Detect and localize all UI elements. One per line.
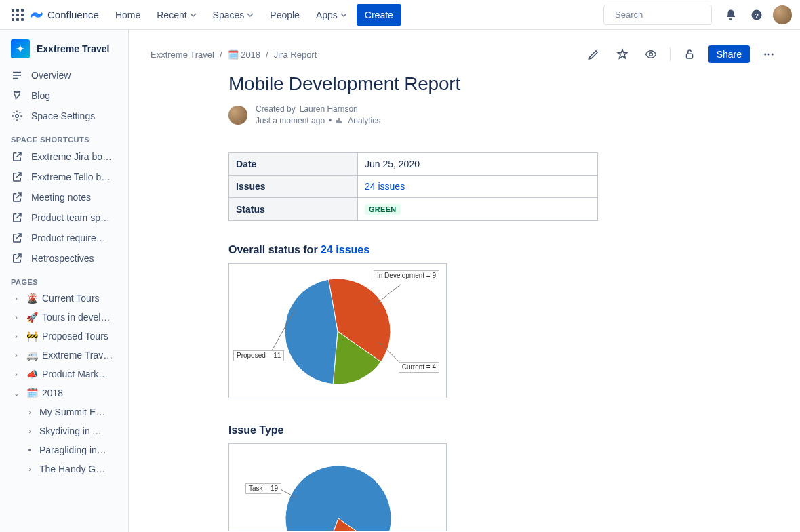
page-tree-label: Skydiving in Aust…: [39, 426, 107, 436]
page-title: Mobile Development Report: [228, 73, 700, 95]
page-emoji: 🗓️: [26, 388, 38, 398]
tree-toggle-icon[interactable]: ›: [11, 294, 22, 302]
search-input[interactable]: [614, 9, 730, 20]
external-link-icon: [11, 211, 23, 224]
page-byline: Created by Lauren Harrison Just a moment…: [228, 104, 700, 125]
nav-apps[interactable]: Apps: [309, 4, 354, 26]
space-title: Exxtreme Travel: [37, 43, 109, 54]
page-tree-label: 2018: [42, 388, 63, 398]
breadcrumb: Exxtreme Travel / 🗓️ 2018 / Jira Report: [151, 49, 317, 60]
page-header: Exxtreme Travel / 🗓️ 2018 / Jira Report …: [129, 30, 800, 64]
page-emoji: 📣: [26, 369, 38, 380]
page-tree-label: My Summit Exper…: [39, 407, 107, 417]
shortcut-item[interactable]: Retrospectives: [0, 248, 128, 268]
sidebar-item-label: Space Settings: [31, 110, 95, 121]
shortcut-label: Retrospectives: [31, 253, 94, 264]
shortcut-item[interactable]: Product team space: [0, 207, 128, 228]
chart-label-task: Task = 19: [245, 483, 281, 494]
page-timestamp: Just a moment ago: [256, 116, 325, 125]
analytics-icon: [336, 117, 344, 125]
page-tree-item[interactable]: ›🌋Current Tours: [0, 289, 128, 308]
tree-toggle-icon[interactable]: ›: [11, 351, 22, 359]
notifications-icon[interactable]: [721, 5, 740, 24]
created-by-label: Created by: [256, 104, 296, 114]
tree-toggle-icon[interactable]: ⌄: [11, 389, 22, 398]
sidebar-item-overview[interactable]: Overview: [0, 65, 128, 85]
shortcut-label: Product requiremen…: [31, 232, 113, 243]
shortcut-item[interactable]: Meeting notes: [0, 187, 128, 207]
overall-status-chart: Proposed = 11 In Development = 9 Current…: [228, 263, 447, 398]
more-actions-button[interactable]: [759, 45, 778, 64]
nav-home[interactable]: Home: [108, 4, 147, 26]
help-icon[interactable]: ?: [747, 5, 766, 24]
global-nav: Confluence Home Recent Spaces People App…: [0, 0, 800, 30]
sidebar-item-blog[interactable]: Blog: [0, 85, 128, 106]
issue-type-chart: Task = 19: [228, 443, 447, 531]
breadcrumb-item[interactable]: Exxtreme Travel: [151, 49, 214, 60]
breadcrumb-item[interactable]: 🗓️ 2018: [228, 49, 261, 60]
page-tree-item[interactable]: ›📣Product Marketin…: [0, 365, 128, 384]
tree-toggle-icon[interactable]: ›: [24, 465, 35, 473]
star-icon: [616, 48, 628, 60]
issues-link[interactable]: 24 issues: [365, 181, 405, 192]
analytics-link[interactable]: Analytics: [348, 116, 380, 125]
nav-spaces[interactable]: Spaces: [206, 4, 261, 26]
shortcut-item[interactable]: Exxtreme Jira board: [0, 146, 128, 167]
tree-toggle-icon[interactable]: ›: [24, 427, 35, 435]
create-button[interactable]: Create: [357, 4, 401, 26]
issues-link[interactable]: 24 issues: [321, 244, 369, 255]
watch-button[interactable]: [641, 45, 660, 64]
page-tree-label: Paragliding in Co…: [39, 445, 107, 455]
page-tree-label: The Handy Guide…: [39, 464, 107, 474]
shortcut-label: Meeting notes: [31, 192, 91, 203]
page-tree-item[interactable]: ›🚧Proposed Tours: [0, 327, 128, 346]
page-tree-item[interactable]: ›🚀Tours in develop…: [0, 308, 128, 327]
tree-toggle-icon[interactable]: ›: [24, 408, 35, 416]
section-overall-status: Overall status for 24 issues: [228, 244, 700, 256]
table-row: Status GREEN: [229, 198, 598, 221]
space-header[interactable]: ✦ Exxtreme Travel: [0, 30, 128, 65]
author-avatar[interactable]: [228, 106, 247, 125]
edit-button[interactable]: [584, 45, 603, 64]
svg-point-9: [772, 54, 774, 56]
page-tree-item[interactable]: ›My Summit Exper…: [0, 403, 128, 422]
table-key: Date: [229, 153, 358, 176]
page-tree-item[interactable]: ⌄🗓️2018: [0, 384, 128, 403]
global-search[interactable]: [603, 5, 712, 25]
more-icon: [763, 48, 775, 60]
global-nav-left: Confluence Home Recent Spaces People App…: [8, 4, 401, 26]
pie-chart: [229, 264, 447, 399]
share-button[interactable]: Share: [708, 45, 750, 63]
tree-toggle-icon[interactable]: ›: [11, 313, 22, 321]
star-button[interactable]: [613, 45, 632, 64]
page-tree-item[interactable]: ›🚐Exxtreme Travel …: [0, 346, 128, 365]
confluence-icon: [30, 8, 43, 22]
profile-avatar[interactable]: [773, 5, 792, 24]
author-name[interactable]: Lauren Harrison: [300, 104, 358, 114]
page-main: Exxtreme Travel / 🗓️ 2018 / Jira Report …: [129, 30, 800, 532]
shortcut-item[interactable]: Product requiremen…: [0, 228, 128, 248]
nav-people[interactable]: People: [263, 4, 306, 26]
shortcut-item[interactable]: Exxtreme Tello board: [0, 167, 128, 187]
restrictions-button[interactable]: [680, 45, 699, 64]
page-tree-item[interactable]: ›Skydiving in Aust…: [0, 422, 128, 441]
breadcrumb-item[interactable]: Jira Report: [274, 49, 317, 60]
external-link-icon: [11, 252, 23, 264]
product-logo[interactable]: Confluence: [30, 8, 99, 22]
svg-text:?: ?: [755, 11, 759, 18]
tree-toggle-icon[interactable]: ›: [11, 370, 22, 378]
page-tree-item[interactable]: ›The Handy Guide…: [0, 459, 128, 478]
tree-toggle-icon[interactable]: ›: [11, 332, 22, 340]
eye-icon: [645, 48, 657, 60]
page-tree-item[interactable]: •Paragliding in Co…: [0, 441, 128, 459]
section-issue-type: Issue Type: [228, 424, 700, 436]
product-name: Confluence: [47, 9, 99, 20]
lock-open-icon: [683, 48, 696, 60]
app-switcher-icon[interactable]: [8, 5, 27, 24]
sidebar-item-space-settings[interactable]: Space Settings: [0, 106, 128, 126]
nav-recent[interactable]: Recent: [150, 4, 203, 26]
table-key: Status: [229, 198, 358, 221]
page-tree-label: Product Marketin…: [42, 369, 113, 380]
page-emoji: 🚀: [26, 312, 38, 323]
sidebar-item-label: Blog: [31, 90, 50, 101]
